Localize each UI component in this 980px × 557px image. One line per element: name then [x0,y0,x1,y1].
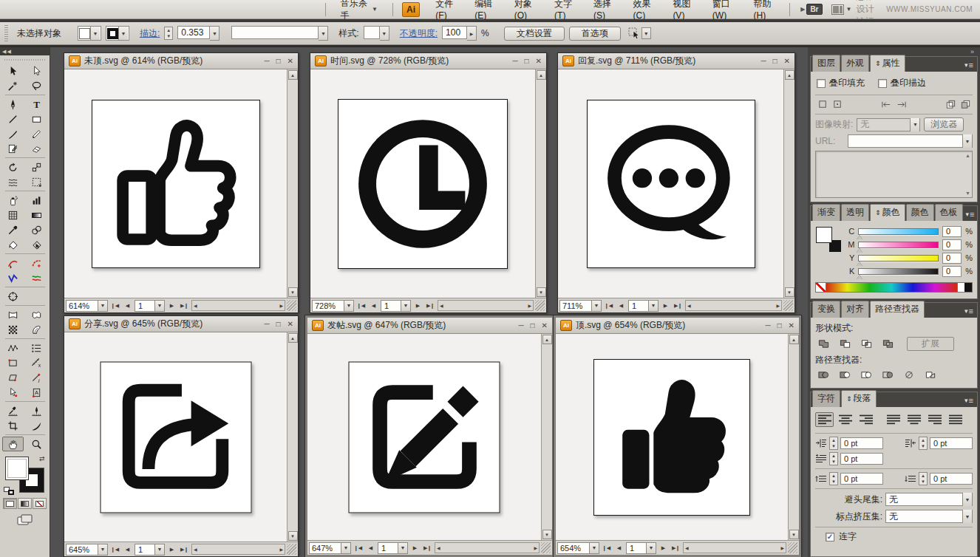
resize-grip[interactable] [287,544,296,555]
overprint-fill-checkbox[interactable]: 叠印填充 [817,77,865,89]
scroll-left-icon[interactable]: ◀ [685,545,689,550]
prev-page-button[interactable]: ◀ [616,300,627,311]
channel-slider[interactable] [858,255,939,262]
channel-slider[interactable] [858,242,939,248]
scroll-up-icon[interactable]: ▲ [965,153,970,158]
channel-value[interactable]: 0 [942,266,962,277]
minus-back-button[interactable] [922,369,939,381]
rotate-tool[interactable] [2,160,24,174]
scroll-left-icon[interactable]: ◀ [194,303,197,308]
control-bar-grip[interactable] [4,25,8,41]
scroll-right-icon[interactable]: ▶ [279,303,283,308]
color-spectrum-bar[interactable] [815,282,973,293]
minimize-icon[interactable]: ─ [512,57,517,65]
scroll-up-icon[interactable]: ▲ [789,335,799,344]
panel-menu-icon[interactable]: ▾≡ [962,61,976,72]
minimize-icon[interactable]: ─ [765,321,770,329]
opacity-arrow-icon[interactable]: ▶ [467,26,477,41]
canvas[interactable] [64,69,287,298]
canvas[interactable] [556,334,788,540]
arch-warp-tool[interactable] [2,307,24,322]
gradient-tool[interactable] [26,208,47,222]
horizontal-scrollbar[interactable]: ◀▶ [438,300,534,311]
lasso-tool[interactable] [26,78,47,93]
minimize-icon[interactable]: ─ [760,57,766,65]
tab-pathfinder-2[interactable]: 路径查找器 [870,301,925,318]
pattern-tool[interactable] [2,322,24,337]
stroke-panel-link[interactable]: 描边: [140,27,160,40]
scroll-right-icon[interactable]: ▶ [780,545,784,550]
next-page-button[interactable]: ▶ [409,542,421,553]
last-page-button[interactable]: ▶❙ [179,300,190,311]
artboard[interactable] [593,359,750,516]
restore-icon[interactable]: □ [276,320,281,328]
free-transform-tool[interactable] [26,174,47,189]
minimize-icon[interactable]: ─ [264,320,269,328]
prev-page-button[interactable]: ◀ [613,542,625,553]
zoom-level-combo[interactable]: 647%▼ [309,542,351,554]
symbol-sprayer-tool[interactable] [2,193,24,208]
paintbrush-tool[interactable] [2,126,24,141]
warp-tool[interactable] [2,174,24,189]
channel-slider[interactable] [858,268,939,275]
tab-attributes-0[interactable]: 图层 [812,55,840,72]
first-page-button[interactable]: ❙◀ [353,542,364,553]
rectangle-tool[interactable] [26,112,47,126]
document-titlebar[interactable]: Ai 发帖.svg @ 647% (RGB/预览) ─□✕ [307,318,552,334]
reverse-path-right-icon[interactable] [896,99,908,110]
artboard[interactable] [349,361,500,513]
blend-tool[interactable] [26,222,47,237]
restore-icon[interactable]: □ [531,321,535,329]
scale-tool[interactable] [26,160,47,174]
intersect-button[interactable] [858,338,874,350]
graph-tool[interactable] [26,193,47,208]
fill-indicator[interactable] [5,457,29,480]
crop-tool[interactable] [2,418,24,433]
tab-color-0[interactable]: 渐变 [812,204,840,221]
overprint-stroke-checkbox[interactable]: 叠印描边 [878,77,926,89]
channel-value[interactable]: 0 [942,226,962,237]
style-combo[interactable] [364,26,380,39]
reshape-tool[interactable] [2,385,24,400]
vertical-scrollbar[interactable]: ▲▼ [287,332,298,541]
eyedropper-ruler-tool[interactable] [2,403,24,418]
chevron-down-icon[interactable]: ▼ [319,26,328,41]
next-page-button[interactable]: ▶ [412,300,423,311]
stepper-icon[interactable]: ▲▼ [829,472,838,485]
minus-front-button[interactable] [837,338,853,350]
live-paint-bucket-tool[interactable] [2,237,24,252]
scroll-up-icon[interactable]: ▲ [785,70,794,80]
slider-thumb-icon[interactable] [857,262,862,266]
scroll-down-icon[interactable]: ▼ [288,531,298,541]
tab-pathfinder-1[interactable]: 对齐 [841,301,869,318]
horizontal-scrollbar[interactable]: ◀▶ [191,300,285,311]
justify-last-center-button[interactable] [905,412,923,427]
artboard[interactable] [100,361,251,513]
stepper-icon[interactable]: ▲▼ [829,452,838,465]
scroll-down-icon[interactable]: ▼ [789,530,799,539]
scroll-left-icon[interactable]: ◀ [440,303,443,308]
page-combo[interactable]: 1▼ [135,300,165,312]
scroll-up-icon[interactable]: ▲ [288,70,298,80]
stepper-icon[interactable]: ▲▼ [919,472,928,485]
close-icon[interactable]: ✕ [784,57,790,65]
document-window-ding[interactable]: Ai 顶.svg @ 654% (RGB/预览) ─□✕ ▲▼ 654%▼ ❙◀… [554,315,801,557]
unite-button[interactable] [815,338,831,350]
hyphenate-checkbox[interactable]: ✓ 连字 [826,530,973,543]
scroll-down-icon[interactable]: ▼ [537,287,546,297]
last-page-button[interactable]: ▶❙ [422,542,433,553]
gradient-mode-button[interactable] [18,498,32,509]
mojikumi-combo[interactable]: 无▼ [885,510,973,523]
color-mode-button[interactable] [3,498,17,509]
panel-menu-icon[interactable]: ▾≡ [962,307,976,318]
prev-page-button[interactable]: ◀ [365,542,376,553]
space-after-input[interactable]: 0 pt [930,473,973,485]
tab-attributes-1[interactable]: 外观 [841,55,869,72]
horizontal-scrollbar[interactable]: ◀▶ [683,542,786,553]
stroke-weight-stepper[interactable]: ▲▼ [164,27,173,40]
close-icon[interactable]: ✕ [536,57,542,65]
target-tool[interactable] [2,289,24,304]
canvas[interactable] [310,69,535,298]
opacity-input[interactable]: 100 [442,26,467,39]
tab-color-3[interactable]: 颜色 [906,204,934,221]
